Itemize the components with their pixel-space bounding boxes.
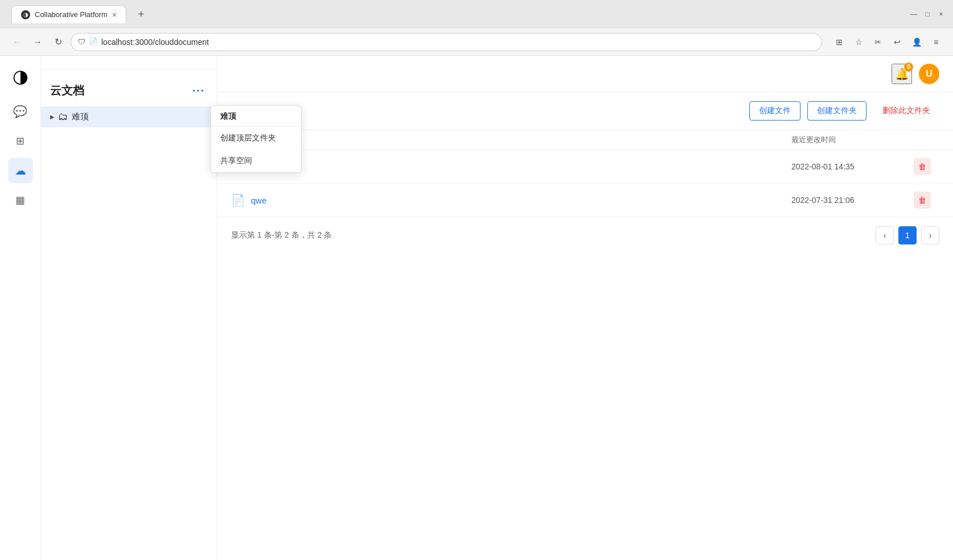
nav-icons-right: ⊞ ☆ ✂ ↩ 👤 ≡ bbox=[831, 34, 944, 50]
dropdown-item-shared-space[interactable]: 共享空间 bbox=[211, 150, 301, 172]
col-name-header: 匝叻 ▾ bbox=[231, 135, 791, 145]
browser-window: Collaborative Platform × + — □ × ← → ↻ 🛡… bbox=[0, 0, 953, 560]
menu-icon[interactable]: ≡ bbox=[928, 34, 944, 50]
delete-folder-button[interactable]: 删除此文件夹 bbox=[873, 102, 939, 120]
sidebar-icons: ◑ 💬 ⊞ ☁ ▦ bbox=[0, 56, 41, 560]
cloud-icon: ☁ bbox=[15, 164, 26, 177]
trash-icon-ceshi: 🗑 bbox=[918, 162, 926, 171]
logo-icon: ◑ bbox=[13, 65, 28, 87]
app-logo: ◑ bbox=[9, 65, 32, 88]
panel-title: 云文档 bbox=[50, 83, 84, 98]
delete-row-button-qwe[interactable]: 🗑 bbox=[914, 192, 931, 209]
app-header bbox=[41, 56, 217, 70]
forward-button[interactable]: → bbox=[30, 34, 46, 50]
next-page-button[interactable]: › bbox=[921, 226, 939, 244]
browser-tab[interactable]: Collaborative Platform × bbox=[11, 5, 126, 23]
left-panel-header: 云文档 ··· bbox=[41, 70, 217, 106]
dropdown-menu: 难顶 创建顶层文件夹 共享空间 bbox=[211, 105, 302, 173]
grid-icon: ⊞ bbox=[16, 135, 24, 147]
window-controls: — □ × bbox=[909, 9, 946, 19]
user-avatar[interactable]: U bbox=[919, 64, 939, 84]
nav-bar: ← → ↻ 🛡 📄 localhost:3000/clouddocument ⊞… bbox=[0, 28, 953, 56]
bookmark-icon[interactable]: ☆ bbox=[851, 34, 867, 50]
sidebar-item-chat[interactable]: 💬 bbox=[8, 99, 33, 124]
address-text: localhost:3000/clouddocument bbox=[101, 38, 209, 47]
row-name-ceshi[interactable]: 测试 bbox=[249, 161, 791, 172]
tree-item-nanding[interactable]: ▶ 🗂 难顶 bbox=[41, 106, 217, 127]
table-row-qwe: 📄 qwe 2022-07-31 21:06 🗑 bbox=[217, 184, 953, 217]
tab-title: Collaborative Platform bbox=[35, 10, 108, 19]
main-header: 难顶 ▾ 创建文件 创建文件夹 删除此文件夹 bbox=[217, 92, 953, 130]
address-bar[interactable]: 🛡 📄 localhost:3000/clouddocument bbox=[71, 33, 822, 51]
app-content: ◑ 💬 ⊞ ☁ ▦ 云文档 ··· bbox=[0, 56, 953, 560]
page-info: 显示第 1 条-第 2 条，共 2 条 bbox=[231, 230, 871, 240]
close-button[interactable]: × bbox=[936, 9, 946, 19]
back-button[interactable]: ← bbox=[9, 34, 25, 50]
table-header: 匝叻 ▾ 最近更改时间 bbox=[217, 130, 953, 150]
row-action-qwe: 🗑 bbox=[905, 192, 939, 209]
screenshot-icon[interactable]: ✂ bbox=[870, 34, 886, 50]
app-top-bar: 🔔 0 U bbox=[217, 56, 953, 92]
trash-icon-qwe: 🗑 bbox=[918, 196, 926, 205]
left-panel: 云文档 ··· ▶ 🗂 难顶 bbox=[41, 56, 217, 560]
chat-icon: 💬 bbox=[13, 105, 27, 118]
tree-expand-icon: ▶ bbox=[50, 114, 55, 120]
title-bar: Collaborative Platform × + — □ × bbox=[0, 0, 953, 28]
sidebar-item-grid[interactable]: ⊞ bbox=[8, 128, 33, 154]
maximize-button[interactable]: □ bbox=[922, 9, 933, 19]
tree-item-label: 难顶 bbox=[72, 111, 89, 122]
main-content: 🔔 0 U 难顶 ▾ 创建文件 创建文件夹 删除此文件夹 bbox=[217, 56, 953, 560]
notification-bell-container: 🔔 0 bbox=[892, 64, 912, 84]
dropdown-item-create-top-folder[interactable]: 创建顶层文件夹 bbox=[211, 127, 301, 150]
prev-page-button[interactable]: ‹ bbox=[876, 226, 894, 244]
tab-favicon bbox=[21, 10, 30, 19]
calendar-icon: ▦ bbox=[15, 194, 25, 206]
row-action-ceshi: 🗑 bbox=[905, 158, 939, 175]
action-buttons: 创建文件 创建文件夹 删除此文件夹 bbox=[749, 101, 939, 121]
delete-row-button-ceshi[interactable]: 🗑 bbox=[914, 158, 931, 175]
folder-icon: 🗂 bbox=[58, 111, 68, 123]
new-tab-btn[interactable]: + bbox=[133, 6, 149, 22]
notification-badge: 0 bbox=[904, 63, 913, 72]
create-folder-button[interactable]: 创建文件夹 bbox=[807, 101, 867, 121]
panel-menu-button[interactable]: ··· bbox=[189, 81, 208, 99]
row-time-qwe: 2022-07-31 21:06 bbox=[791, 196, 905, 205]
row-time-ceshi: 2022-08-01 14:35 bbox=[791, 162, 905, 171]
account-icon[interactable]: 👤 bbox=[909, 34, 925, 50]
extensions-icon[interactable]: ⊞ bbox=[831, 34, 847, 50]
history-back-icon[interactable]: ↩ bbox=[889, 34, 905, 50]
dropdown-header: 难顶 bbox=[211, 106, 301, 127]
row-name-qwe[interactable]: qwe bbox=[251, 196, 791, 205]
create-file-button[interactable]: 创建文件 bbox=[749, 101, 801, 121]
refresh-button[interactable]: ↻ bbox=[50, 34, 66, 50]
pagination: 显示第 1 条-第 2 条，共 2 条 ‹ 1 › bbox=[217, 217, 953, 254]
tab-close-btn[interactable]: × bbox=[112, 10, 117, 19]
minimize-button[interactable]: — bbox=[909, 9, 919, 19]
file-row-icon: 📄 bbox=[231, 193, 245, 207]
current-page-button[interactable]: 1 bbox=[898, 226, 917, 244]
col-time-header: 最近更改时间 bbox=[791, 135, 905, 145]
sidebar-item-calendar[interactable]: ▦ bbox=[8, 188, 33, 213]
sidebar-item-cloud[interactable]: ☁ bbox=[8, 158, 33, 183]
table-row: 🗂 测试 2022-08-01 14:35 🗑 bbox=[217, 150, 953, 184]
